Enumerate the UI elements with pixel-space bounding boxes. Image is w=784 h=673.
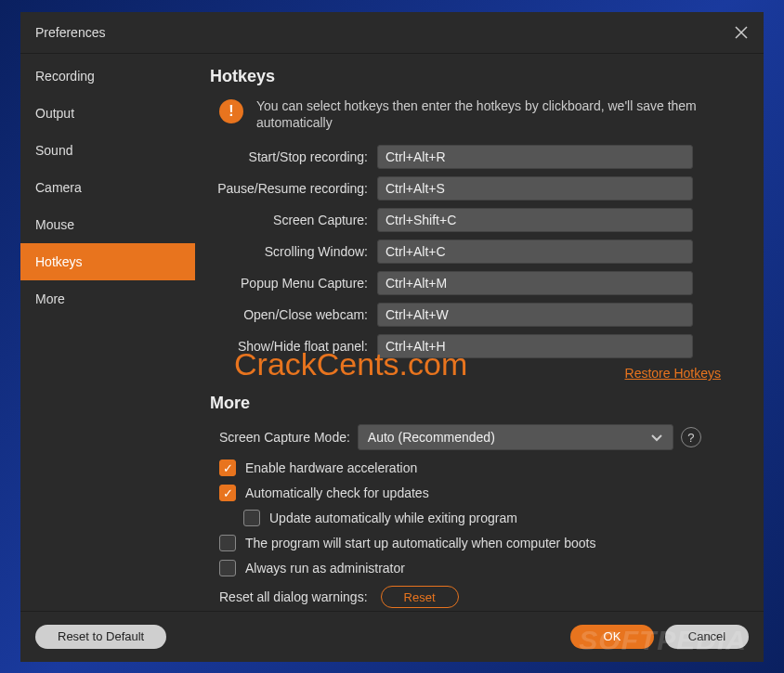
sidebar-item-more[interactable]: More [20, 280, 195, 317]
restore-hotkeys-link[interactable]: Restore Hotkeys [625, 366, 721, 381]
update-on-exit-row[interactable]: Update automatically while exiting progr… [219, 510, 745, 526]
sidebar: Recording Output Sound Camera Mouse Hotk… [20, 54, 195, 611]
sidebar-item-mouse[interactable]: Mouse [20, 206, 195, 243]
restore-hotkeys-row: Restore Hotkeys [210, 366, 721, 381]
update-on-exit-label: Update automatically while exiting progr… [269, 511, 517, 525]
window-title: Preferences [35, 25, 105, 40]
close-icon [735, 26, 748, 39]
sidebar-item-label: More [35, 291, 65, 306]
screen-capture-input[interactable] [377, 208, 693, 232]
sidebar-item-hotkeys[interactable]: Hotkeys [20, 243, 195, 280]
hardware-accel-checkbox[interactable] [219, 459, 236, 476]
capture-mode-label: Screen Capture Mode: [219, 430, 350, 445]
start-on-boot-row[interactable]: The program will start up automatically … [219, 535, 745, 551]
update-on-exit-checkbox[interactable] [243, 510, 260, 526]
sidebar-item-label: Sound [35, 143, 72, 158]
run-as-admin-label: Always run as administrator [245, 561, 405, 576]
screen-capture-label: Screen Capture: [210, 213, 377, 227]
run-as-admin-row[interactable]: Always run as administrator [219, 560, 745, 576]
chevron-down-icon [650, 431, 663, 444]
start-on-boot-checkbox[interactable] [219, 535, 236, 551]
body-layout: Recording Output Sound Camera Mouse Hotk… [20, 53, 764, 611]
hardware-accel-row[interactable]: Enable hardware acceleration [219, 459, 745, 476]
run-as-admin-checkbox[interactable] [219, 560, 236, 576]
capture-mode-help-button[interactable]: ? [681, 427, 701, 447]
hotkeys-form: Start/Stop recording: Pause/Resume recor… [210, 145, 745, 358]
content-area[interactable]: Hotkeys ! You can select hotkeys then en… [195, 54, 764, 611]
cancel-button[interactable]: Cancel [665, 625, 749, 649]
sidebar-item-label: Mouse [35, 217, 74, 232]
pause-resume-recording-input[interactable] [377, 176, 693, 201]
ok-button[interactable]: OK [570, 625, 654, 649]
open-close-webcam-label: Open/Close webcam: [210, 307, 377, 322]
reset-to-default-button[interactable]: Reset to Default [35, 625, 166, 649]
sidebar-item-recording[interactable]: Recording [20, 58, 195, 95]
sidebar-item-camera[interactable]: Camera [20, 169, 195, 206]
popup-menu-capture-label: Popup Menu Capture: [210, 276, 377, 291]
sidebar-item-label: Hotkeys [35, 254, 83, 269]
capture-mode-row: Screen Capture Mode: Auto (Recommended) … [210, 424, 745, 450]
close-button[interactable] [732, 23, 751, 42]
help-icon: ? [687, 431, 694, 445]
reset-warnings-row: Reset all dialog warnings: Reset [210, 586, 745, 608]
sidebar-item-label: Output [35, 106, 74, 121]
reset-warnings-label: Reset all dialog warnings: [219, 589, 368, 604]
reset-warnings-button[interactable]: Reset [381, 586, 459, 608]
hotkeys-heading: Hotkeys [210, 67, 745, 86]
preferences-window: CrackCents.com SOFTPEDIA Preferences Rec… [20, 12, 764, 662]
hotkeys-info-row: ! You can select hotkeys then enter the … [210, 97, 745, 133]
scrolling-window-input[interactable] [377, 239, 693, 264]
show-hide-float-panel-label: Show/Hide float panel: [210, 339, 377, 354]
sidebar-item-sound[interactable]: Sound [20, 132, 195, 169]
info-icon: ! [219, 99, 243, 123]
check-updates-label: Automatically check for updates [245, 485, 429, 500]
sidebar-item-label: Recording [35, 69, 95, 84]
hotkeys-info-text: You can select hotkeys then enter the ho… [256, 97, 745, 133]
footer-right-buttons: OK Cancel [570, 625, 749, 649]
hardware-accel-label: Enable hardware acceleration [245, 460, 417, 475]
popup-menu-capture-input[interactable] [377, 271, 693, 295]
capture-mode-select[interactable]: Auto (Recommended) [358, 424, 673, 450]
open-close-webcam-input[interactable] [377, 303, 693, 327]
footer: Reset to Default OK Cancel [20, 611, 764, 662]
check-updates-row[interactable]: Automatically check for updates [219, 485, 745, 501]
sidebar-item-label: Camera [35, 180, 82, 195]
scrolling-window-label: Scrolling Window: [210, 244, 377, 259]
start-stop-recording-label: Start/Stop recording: [210, 149, 377, 164]
capture-mode-value: Auto (Recommended) [368, 430, 495, 445]
check-updates-checkbox[interactable] [219, 485, 236, 501]
sidebar-item-output[interactable]: Output [20, 95, 195, 132]
pause-resume-recording-label: Pause/Resume recording: [210, 181, 377, 196]
start-stop-recording-input[interactable] [377, 145, 693, 169]
more-checkboxes: Enable hardware acceleration Automatical… [210, 459, 745, 576]
start-on-boot-label: The program will start up automatically … [245, 536, 595, 550]
more-heading: More [210, 394, 745, 413]
show-hide-float-panel-input[interactable] [377, 334, 693, 358]
titlebar: Preferences [20, 12, 764, 53]
